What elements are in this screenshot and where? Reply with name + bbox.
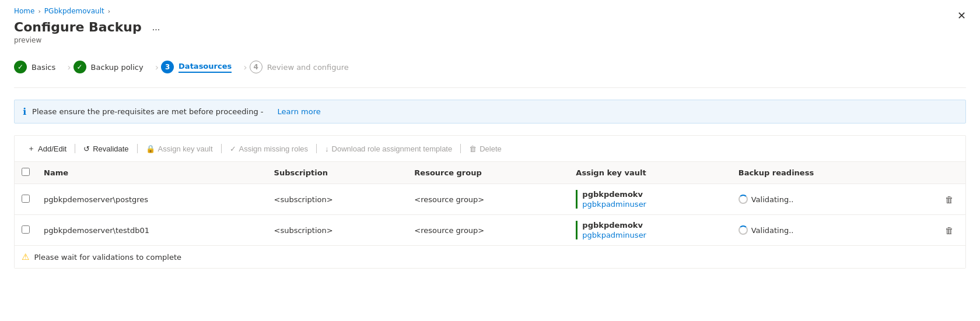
table-toolbar: ＋ Add/Edit ↺ Revalidate 🔒 Assign key vau… xyxy=(15,136,965,162)
row-2-delete-button[interactable]: 🗑 xyxy=(940,223,958,238)
col-resource-group: Resource group xyxy=(407,162,569,184)
datasources-table-container: ＋ Add/Edit ↺ Revalidate 🔒 Assign key vau… xyxy=(14,135,966,269)
row-2-key-vault-user[interactable]: pgbkpadminuser xyxy=(582,231,724,239)
datasources-table: Name Subscription Resource group Assign … xyxy=(15,162,965,245)
col-actions xyxy=(904,162,965,184)
table-row: pgbkpdemoserver\postgres <subscription> … xyxy=(15,184,965,215)
step-backup-policy[interactable]: ✓ Backup policy xyxy=(74,56,153,78)
step-basics[interactable]: ✓ Basics xyxy=(14,56,65,78)
select-all-header xyxy=(15,162,37,184)
breadcrumb-sep-1: › xyxy=(38,8,40,15)
ellipsis-button[interactable]: ... xyxy=(148,20,164,35)
info-banner: ℹ Please ensure the pre-requisites are m… xyxy=(14,100,966,124)
row-1-key-vault: pgbkpdemokv pgbkpadminuser xyxy=(569,184,731,215)
row-1-delete-button[interactable]: 🗑 xyxy=(940,192,958,207)
breadcrumb-vault[interactable]: PGbkpdemovault xyxy=(44,7,104,15)
warning-icon: ⚠ xyxy=(22,252,29,262)
page-title: Configure Backup xyxy=(14,20,142,35)
step-datasources[interactable]: 3 Datasources xyxy=(161,56,241,78)
row-2-validating: Validating.. xyxy=(738,225,897,235)
row-1-subscription: <subscription> xyxy=(267,184,408,215)
toolbar-sep-5 xyxy=(460,144,461,153)
row-2-spinner xyxy=(738,225,748,235)
add-icon: ＋ xyxy=(27,143,35,154)
revalidate-button[interactable]: ↺ Revalidate xyxy=(78,142,134,156)
row-1-validating: Validating.. xyxy=(738,195,897,204)
col-subscription: Subscription xyxy=(267,162,408,184)
row-1-checkbox[interactable] xyxy=(22,195,30,203)
breadcrumb-home[interactable]: Home xyxy=(14,7,34,15)
table-header-row: Name Subscription Resource group Assign … xyxy=(15,162,965,184)
add-edit-button[interactable]: ＋ Add/Edit xyxy=(22,140,72,157)
page-subtitle: preview xyxy=(14,36,164,44)
row-2-subscription: <subscription> xyxy=(267,215,408,246)
info-text: Please ensure the pre-requisites are met… xyxy=(32,107,263,116)
row-1-key-vault-info: pgbkpdemokv pgbkpadminuser xyxy=(576,190,724,209)
info-icon: ℹ xyxy=(23,106,26,117)
row-1-checkbox-cell xyxy=(15,184,37,215)
title-group: Configure Backup ... preview xyxy=(14,20,164,44)
toolbar-sep-2 xyxy=(137,144,138,153)
row-1-name: pgbkpdemoserver\postgres xyxy=(37,184,267,215)
row-2-delete-cell: 🗑 xyxy=(904,215,965,246)
step-basics-icon: ✓ xyxy=(14,61,27,73)
lock-icon: 🔒 xyxy=(146,144,155,153)
col-name: Name xyxy=(37,162,267,184)
row-2-checkbox-cell xyxy=(15,215,37,246)
row-2-readiness: Validating.. xyxy=(732,215,904,246)
breadcrumb-sep-2: › xyxy=(108,8,110,15)
row-1-delete-cell: 🗑 xyxy=(904,184,965,215)
check-icon: ✓ xyxy=(230,144,236,153)
step-backup-policy-label: Backup policy xyxy=(91,63,144,72)
delete-button[interactable]: 🗑 Delete xyxy=(463,142,508,156)
download-template-button[interactable]: ↓ Download role assignment template xyxy=(319,142,458,156)
footer-warning-text: Please wait for validations to complete xyxy=(34,253,181,262)
step-basics-label: Basics xyxy=(32,63,55,72)
row-1-readiness: Validating.. xyxy=(732,184,904,215)
col-assign-key-vault: Assign key vault xyxy=(569,162,731,184)
step-backup-policy-icon: ✓ xyxy=(74,61,86,73)
learn-more-link[interactable]: Learn more xyxy=(278,107,321,116)
row-1-key-vault-name: pgbkpdemokv xyxy=(582,190,724,199)
step-sep-1: › xyxy=(67,62,71,73)
row-1-spinner xyxy=(738,195,748,204)
row-2-key-vault-info: pgbkpdemokv pgbkpadminuser xyxy=(576,221,724,239)
table-row: pgbkpdemoserver\testdb01 <subscription> … xyxy=(15,215,965,246)
row-2-key-vault: pgbkpdemokv pgbkpadminuser xyxy=(569,215,731,246)
row-1-resource-group: <resource group> xyxy=(407,184,569,215)
toolbar-sep-4 xyxy=(316,144,317,153)
assign-key-vault-button[interactable]: 🔒 Assign key vault xyxy=(140,142,219,156)
trash-icon: 🗑 xyxy=(469,144,477,153)
col-backup-readiness: Backup readiness xyxy=(732,162,904,184)
toolbar-sep-3 xyxy=(221,144,222,153)
step-review-label: Review and configure xyxy=(267,63,349,72)
row-2-resource-group: <resource group> xyxy=(407,215,569,246)
step-sep-3: › xyxy=(243,62,247,73)
row-2-name: pgbkpdemoserver\testdb01 xyxy=(37,215,267,246)
row-2-checkbox[interactable] xyxy=(22,225,30,234)
step-datasources-icon: 3 xyxy=(161,61,174,73)
step-review[interactable]: 4 Review and configure xyxy=(250,56,358,78)
wizard-steps: ✓ Basics › ✓ Backup policy › 3 Datasourc… xyxy=(14,56,966,88)
breadcrumb: Home › PGbkpdemovault › xyxy=(14,0,966,20)
step-datasources-label: Datasources xyxy=(178,62,232,73)
step-sep-2: › xyxy=(155,62,159,73)
select-all-checkbox[interactable] xyxy=(22,168,30,176)
close-button[interactable]: ✕ xyxy=(953,7,971,24)
table-footer: ⚠ Please wait for validations to complet… xyxy=(15,245,965,268)
download-icon: ↓ xyxy=(325,144,329,153)
assign-missing-roles-button[interactable]: ✓ Assign missing roles xyxy=(224,142,314,156)
toolbar-sep-1 xyxy=(75,144,75,153)
step-review-icon: 4 xyxy=(250,61,262,73)
row-1-key-vault-user[interactable]: pgbkpadminuser xyxy=(582,200,724,209)
page-header: Configure Backup ... preview xyxy=(14,20,966,44)
revalidate-icon: ↺ xyxy=(83,144,90,153)
row-2-key-vault-name: pgbkpdemokv xyxy=(582,221,724,230)
